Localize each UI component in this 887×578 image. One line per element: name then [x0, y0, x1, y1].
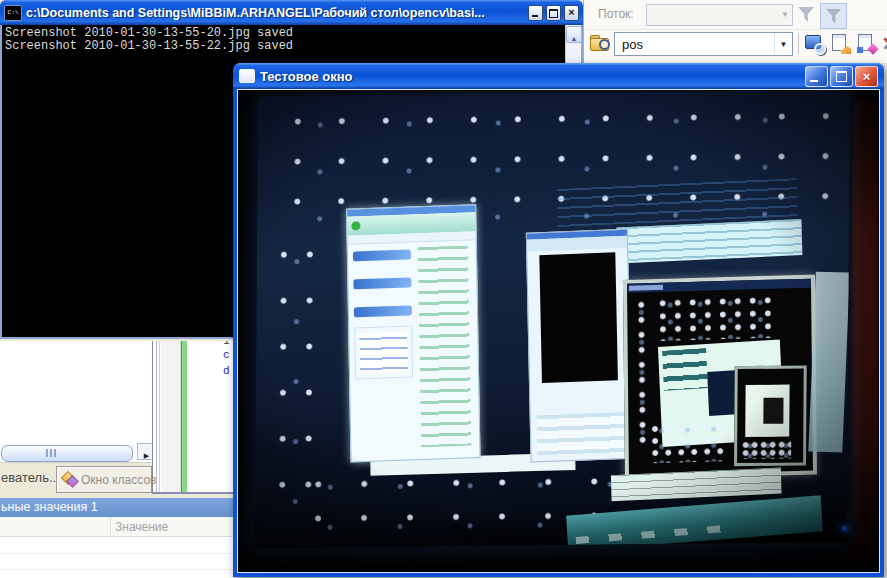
thread-combobox: ▼ — [646, 4, 793, 26]
close-icon: × — [565, 5, 578, 19]
editor-gutter — [161, 341, 181, 492]
photo-file-list — [418, 245, 471, 447]
code-editor-pane[interactable]: 1 c d — [152, 341, 234, 494]
minimize-icon — [810, 80, 818, 82]
photo-recursive-icons — [648, 421, 728, 463]
column-divider[interactable] — [110, 517, 111, 536]
tab-classes[interactable]: Окно классов — [56, 466, 152, 493]
arrow-right-icon: ▶ — [144, 452, 149, 459]
scroll-up-button[interactable]: ▲ — [566, 26, 582, 43]
chevron-down-icon: ▼ — [780, 40, 788, 49]
photo-window-toolbar — [527, 236, 627, 252]
photo-explorer-window — [526, 229, 633, 463]
test-window-titlebar[interactable]: Тестовое окно × — [233, 63, 884, 89]
arrow-up-icon: ▲ — [571, 35, 578, 42]
chevron-down-icon: ▼ — [781, 10, 789, 19]
photo-monitor-led — [842, 526, 847, 531]
blue-chip-icon — [857, 47, 863, 53]
maximize-icon — [549, 9, 558, 18]
photo-task-header — [353, 249, 411, 261]
maximize-button[interactable] — [830, 66, 853, 87]
horizontal-scrollbar[interactable] — [1, 445, 134, 460]
photo-window-stack — [616, 219, 802, 263]
filter-icon — [798, 7, 814, 22]
console-title: c:\Documents and Settings\MiBBiM.ARHANGE… — [26, 6, 525, 20]
photo-panel-rows — [537, 412, 626, 455]
photo-console-capture — [539, 252, 618, 383]
thread-toolbar-row: Поток: ▼ — [584, 0, 887, 30]
search-combobox[interactable]: pos ▼ — [614, 32, 793, 56]
window-icon — [239, 69, 255, 83]
new-item-button[interactable] — [855, 32, 878, 55]
webcam-frame — [238, 90, 879, 572]
test-window-content — [237, 89, 880, 573]
editor-divider — [156, 341, 157, 492]
photo-recursive-stripes — [662, 348, 708, 391]
toolbar-separator — [798, 33, 799, 54]
tab-classes-label: Окно классов — [81, 473, 156, 487]
photo-nested-test-window — [734, 365, 807, 466]
edit-properties-button[interactable] — [829, 32, 852, 55]
photo-task-header — [354, 305, 412, 317]
table-row-separator — [0, 569, 236, 570]
test-window: Тестовое окно × — [233, 63, 884, 577]
minimize-button[interactable] — [805, 66, 828, 87]
table-row-separator — [0, 553, 236, 554]
photo-background-edge — [852, 100, 879, 562]
watch-values-panel: ьные значения 1 Значение — [0, 498, 236, 578]
console-titlebar[interactable]: C:\ c:\Documents and Settings\MiBBiM.ARH… — [0, 0, 583, 25]
folder-search-icon — [590, 35, 609, 49]
editor-change-bar — [181, 341, 187, 492]
ide-toolbar-area: Поток: ▼ pos ▼ — [583, 0, 887, 63]
magnifier-icon — [814, 43, 826, 55]
photo-overexposed-strip — [808, 272, 850, 453]
close-button[interactable]: × — [855, 66, 878, 87]
console-line: Screenshot 2010-01-30-13-55-22.jpg saved — [5, 40, 565, 53]
photo-recursive-icons — [655, 294, 773, 341]
minimize-icon — [532, 15, 538, 17]
photo-recursive-test-window — [623, 275, 817, 480]
editor-divider — [159, 341, 160, 492]
tab-explorer[interactable]: еватель... — [1, 470, 60, 485]
search-toolbar-row: pos ▼ — [584, 29, 887, 58]
search-combobox-value[interactable]: pos — [622, 37, 643, 52]
thread-label: Поток: — [598, 7, 634, 21]
find-in-files-button[interactable] — [803, 32, 826, 55]
console-icon: C:\ — [4, 5, 22, 21]
scrollbar-grip-icon — [46, 449, 48, 457]
photo-nested-icons — [741, 441, 791, 460]
tools-options-button[interactable] — [878, 32, 887, 55]
photo-explorer-window — [346, 204, 480, 462]
filter-icon — [826, 9, 842, 24]
maximize-button[interactable] — [546, 5, 561, 21]
magnifier-icon — [599, 39, 610, 50]
watch-panel-title: ьные значения 1 — [0, 498, 237, 517]
photo-recursive-titlebar — [627, 279, 811, 293]
photo-details-box — [354, 325, 413, 379]
photo-nested-bright-area — [745, 385, 789, 437]
console-line: Screenshot 2010-01-30-13-55-20.jpg saved — [5, 27, 565, 40]
webcam-photo-layers — [238, 90, 879, 572]
minimize-button[interactable] — [528, 5, 543, 21]
search-dropdown-button[interactable]: ▼ — [774, 33, 792, 53]
filter-toggle-button[interactable] — [820, 3, 847, 29]
photo-task-header — [353, 277, 411, 289]
maximize-icon — [836, 71, 847, 82]
ide-left-panel: ▶ — [0, 341, 158, 463]
photo-back-button — [351, 221, 360, 230]
test-window-title: Тестовое окно — [260, 69, 803, 84]
value-column-header: Значение — [115, 520, 168, 534]
photo-nested-dark-rect — [763, 398, 783, 424]
close-icon: × — [856, 68, 877, 85]
close-button[interactable]: × — [564, 5, 579, 21]
photo-monitor-screen — [255, 90, 850, 548]
scrollbar-thumb[interactable] — [1, 445, 133, 462]
